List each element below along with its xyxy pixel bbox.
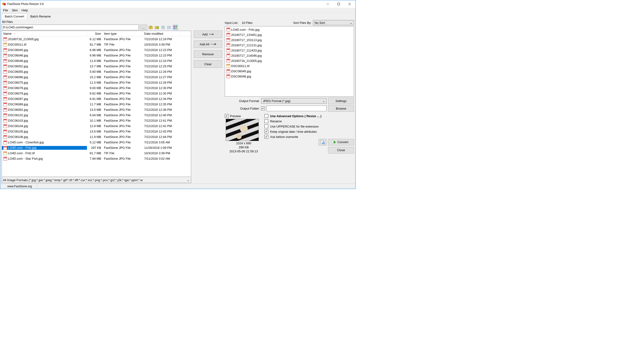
- close-button[interactable]: [344, 0, 355, 7]
- sort-by-select[interactable]: No Sort⌄: [313, 20, 354, 25]
- file-date: 7/22/2018 12:43 PM: [143, 130, 179, 133]
- file-row[interactable]: DSC06048.jpg11.8 MBFastStone JPG File7/2…: [2, 58, 191, 63]
- advanced-options-checkbox[interactable]: [264, 114, 268, 118]
- convert-button[interactable]: Convert: [328, 139, 354, 145]
- tab-batch-rename[interactable]: Batch Rename: [27, 13, 54, 19]
- file-type-filter[interactable]: All Image Formats (*.jpg;*.jpe;*.jpeg;*.…: [2, 177, 191, 183]
- file-type-icon: [3, 108, 7, 112]
- input-list-item[interactable]: 20180717_153113.jpg: [226, 37, 353, 42]
- settings-button[interactable]: Settings: [328, 97, 354, 104]
- keepdate-checkbox[interactable]: [264, 130, 268, 133]
- file-row[interactable]: DSC06079.jpg9.62 MBFastStone JPG File7/2…: [2, 91, 191, 96]
- tab-batch-convert[interactable]: Batch Convert: [2, 13, 27, 19]
- file-row[interactable]: 20180718_213005.jpg6.12 MBFastStone JPG …: [2, 36, 191, 42]
- file-row[interactable]: DSC06089.jpg11.7 MBFastStone JPG File7/2…: [2, 102, 191, 107]
- output-format-select[interactable]: JPEG Format (*.jpg)⌄: [261, 98, 326, 104]
- view-list-icon[interactable]: [166, 25, 172, 30]
- input-list-item[interactable]: DSC00011.tif: [226, 63, 353, 68]
- file-row[interactable]: DSC06102.jpg6.04 MBFastStone JPG File7/2…: [2, 112, 191, 118]
- add-button[interactable]: Add: [194, 30, 222, 38]
- file-row[interactable]: DSC06092.jpg13.5 MBFastStone JPG File7/2…: [2, 107, 191, 112]
- preview-meta: 1024 x 680 298 KB 2013-05-06 21:59:13: [225, 141, 262, 154]
- file-type-icon: [3, 54, 7, 57]
- menu-skin[interactable]: Skin: [10, 8, 20, 13]
- maximize-button[interactable]: [333, 0, 344, 7]
- output-folder-checkbox[interactable]: [261, 106, 265, 110]
- input-list-item[interactable]: 20180718_213005.jpg: [226, 58, 353, 63]
- file-name: DSC06048.jpg: [8, 59, 28, 63]
- file-row[interactable]: DSC00011.tif91.7 MBTIF File10/3/2018 3:3…: [2, 42, 191, 47]
- file-type-icon: [3, 59, 7, 63]
- preview-settings-button[interactable]: [318, 139, 326, 145]
- minimize-button[interactable]: [322, 0, 333, 7]
- file-row[interactable]: DSC06104.jpg12.8 MBFastStone JPG File7/2…: [2, 123, 191, 129]
- arrow-multi-right-icon: [210, 43, 216, 45]
- refresh-folder-icon[interactable]: [154, 25, 160, 30]
- file-size: 6.04 MB: [87, 113, 102, 117]
- file-row[interactable]: LO4D.com - Fritz.jpg297 KBFastStone JPG …: [2, 145, 191, 150]
- status-url[interactable]: www.FastStone.org: [7, 184, 37, 189]
- file-size: 11.9 MB: [87, 135, 102, 139]
- file-type-icon: [3, 113, 7, 117]
- file-date: 7/22/2018 12:42 PM: [143, 124, 179, 128]
- column-type[interactable]: Item type: [102, 31, 143, 36]
- clear-button[interactable]: Clear: [194, 60, 222, 68]
- file-name: DSC06079.jpg: [8, 92, 28, 95]
- input-list-item[interactable]: 20180717_133451.jpg: [226, 32, 353, 37]
- file-row[interactable]: LO4D.com - Star Fish.jpg7.94 MBFastStone…: [2, 156, 191, 161]
- file-row[interactable]: LO4D.com - Clownfish.jpg5.12 MBFastStone…: [2, 140, 191, 145]
- file-date: 7/22/2018 12:25 PM: [143, 64, 179, 68]
- file-type-icon: [3, 97, 7, 101]
- input-list-item[interactable]: DSC06045.jpg: [226, 68, 353, 74]
- file-row[interactable]: LO4D.com - Fritz.tif91.7 MBTIF File10/3/…: [2, 150, 191, 156]
- file-row[interactable]: DSC06106.jpg11.9 MBFastStone JPG File7/2…: [2, 134, 191, 140]
- column-size[interactable]: Size: [87, 31, 102, 36]
- remove-button[interactable]: Remove: [194, 50, 222, 58]
- file-row[interactable]: DSC06075.jpg11.5 MBFastStone JPG File7/2…: [2, 80, 191, 85]
- file-list-body[interactable]: 20180718_213005.jpg6.12 MBFastStone JPG …: [2, 36, 191, 177]
- preview-checkbox[interactable]: [225, 114, 228, 118]
- input-item-name: 20180717_153113.jpg: [231, 38, 262, 42]
- file-date: 11/26/2018 2:09 PM: [143, 146, 179, 149]
- file-row[interactable]: DSC06087.jpg8.91 MBFastStone JPG File7/2…: [2, 96, 191, 102]
- input-list-item[interactable]: 20180717_214046.jpg: [226, 53, 353, 58]
- input-list-item[interactable]: 20180717_212131.jpg: [226, 42, 353, 48]
- browse-output-button[interactable]: Browse: [328, 105, 354, 112]
- input-list-item[interactable]: LO4D.com - Fritz.jpg: [226, 27, 353, 32]
- close-panel-button[interactable]: Close: [328, 147, 354, 154]
- column-date[interactable]: Date modified: [143, 31, 179, 36]
- column-name[interactable]: Name ▾: [2, 31, 87, 36]
- view-thumbnails-icon[interactable]: [173, 25, 178, 30]
- file-type: FastStone JPG File: [102, 54, 143, 57]
- input-list-item[interactable]: DSC06046.jpg: [226, 74, 353, 79]
- file-type-icon: [3, 102, 7, 106]
- uppercase-checkbox[interactable]: [264, 124, 268, 128]
- view-details-icon[interactable]: [160, 25, 166, 30]
- input-list-item[interactable]: 20180717_212433.jpg: [226, 48, 353, 53]
- file-row[interactable]: DSC06045.jpg6.96 MBFastStone JPG File7/2…: [2, 47, 191, 53]
- folder-up-icon[interactable]: [148, 25, 154, 30]
- output-folder-input[interactable]: [266, 106, 326, 111]
- file-row[interactable]: DSC06046.jpg9.96 MBFastStone JPG File7/2…: [2, 53, 191, 58]
- menu-file[interactable]: File: [1, 8, 10, 13]
- rename-checkbox[interactable]: [264, 119, 268, 123]
- file-name: DSC06106.jpg: [8, 135, 28, 139]
- file-name: DSC06078.jpg: [8, 86, 28, 90]
- file-row[interactable]: DSC06066.jpg15.2 MBFastStone JPG File7/2…: [2, 74, 191, 80]
- add-all-button[interactable]: Add All: [194, 40, 222, 48]
- file-name: DSC06103.jpg: [8, 119, 28, 122]
- input-list[interactable]: LO4D.com - Fritz.jpg20180717_133451.jpg2…: [225, 26, 354, 97]
- askoverwrite-checkbox[interactable]: [264, 135, 268, 139]
- file-row[interactable]: DSC06052.jpg13.7 MBFastStone JPG File7/2…: [2, 63, 191, 69]
- file-row[interactable]: DSC06055.jpg5.60 MBFastStone JPG File7/2…: [2, 69, 191, 74]
- browse-path-button[interactable]: ...: [140, 24, 147, 30]
- file-row[interactable]: DSC06105.jpg13.6 MBFastStone JPG File7/2…: [2, 129, 191, 134]
- path-input[interactable]: D:\LO4D.com\Images\: [2, 24, 139, 30]
- file-date: 7/22/2018 12:40 PM: [143, 113, 179, 117]
- file-type: FastStone JPG File: [102, 86, 143, 90]
- file-row[interactable]: DSC06078.jpg9.00 MBFastStone JPG File7/2…: [2, 85, 191, 91]
- menu-help[interactable]: Help: [20, 8, 30, 13]
- file-row[interactable]: DSC06103.jpg10.1 MBFastStone JPG File7/2…: [2, 118, 191, 123]
- file-type-icon: [3, 119, 7, 123]
- input-item-name: LO4D.com - Fritz.jpg: [231, 28, 260, 31]
